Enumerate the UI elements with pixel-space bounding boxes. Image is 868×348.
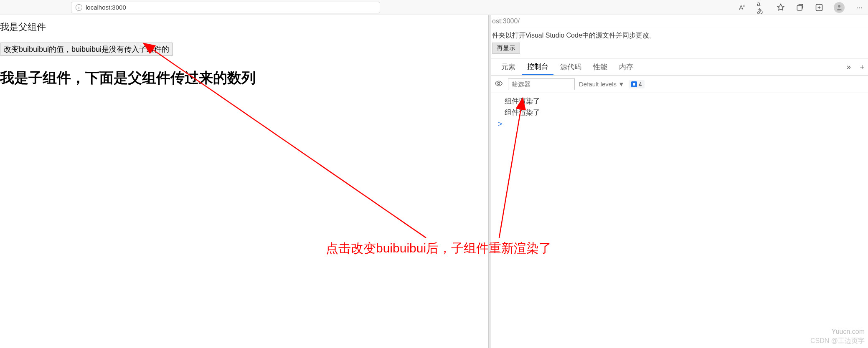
console-output: 组件渲染了 组件渲染了 >: [491, 93, 868, 129]
vscode-hint-text: 件夹以打开Visual Studio Code中的源文件并同步更改。: [492, 32, 656, 39]
svg-point-3: [498, 82, 500, 84]
page-content: 我是父组件 改变buibuibui的值，buibuibui是没有传入子组件的 我…: [0, 15, 489, 348]
toolbar-right: A" aあ ⋯: [738, 2, 868, 13]
console-toolbar: Default levels ▼ 4: [491, 76, 868, 93]
issue-count: 4: [639, 81, 642, 88]
read-aloud-icon[interactable]: A": [738, 3, 747, 12]
tab-console[interactable]: 控制台: [522, 59, 553, 75]
tab-sources[interactable]: 源代码: [555, 60, 586, 74]
levels-label: Default levels: [579, 81, 617, 88]
tab-memory[interactable]: 内存: [614, 60, 638, 74]
parent-component-label: 我是父组件: [0, 21, 488, 33]
issues-badge[interactable]: 4: [629, 80, 645, 88]
console-log-line: 组件渲染了: [497, 96, 868, 107]
url-text: localhost:3000: [86, 4, 126, 11]
live-expression-icon[interactable]: [495, 79, 504, 89]
svg-rect-0: [797, 5, 802, 10]
devtools-panel: ost:3000/ 件夹以打开Visual Studio Code中的源文件并同…: [491, 15, 868, 348]
tab-elements[interactable]: 元素: [496, 60, 520, 74]
vscode-hint: 件夹以打开Visual Studio Code中的源文件并同步更改。 再显示: [491, 27, 868, 58]
annotation-label: 点击改变buibuibui后，子组件重新渲染了: [326, 240, 551, 257]
log-levels-dropdown[interactable]: Default levels ▼: [579, 81, 624, 88]
watermark-csdn: CSDN @工边页字: [810, 337, 865, 345]
site-info-icon[interactable]: i: [76, 4, 82, 11]
child-component-heading: 我是子组件，下面是父组件传过来的数列: [0, 68, 488, 88]
translate-icon[interactable]: aあ: [757, 3, 766, 12]
dont-show-again-button[interactable]: 再显示: [492, 43, 520, 54]
svg-point-2: [838, 5, 840, 8]
issue-icon: [631, 81, 637, 87]
devtools-url-fragment: ost:3000/: [491, 15, 868, 27]
tab-performance[interactable]: 性能: [588, 60, 612, 74]
browser-toolbar: i localhost:3000 A" aあ ⋯: [0, 0, 868, 15]
chevron-down-icon: ▼: [618, 81, 624, 88]
console-log-line: 组件渲染了: [497, 107, 868, 118]
change-buibuibui-button[interactable]: 改变buibuibui的值，buibuibui是没有传入子组件的: [0, 43, 173, 56]
profile-avatar-icon[interactable]: [834, 2, 845, 13]
address-bar[interactable]: i localhost:3000: [71, 2, 380, 13]
more-tabs-icon[interactable]: »: [843, 61, 855, 73]
console-prompt[interactable]: >: [497, 120, 868, 129]
add-tab-icon[interactable]: [815, 3, 824, 12]
console-filter-input[interactable]: [508, 78, 575, 90]
devtools-tabs: 元素 控制台 源代码 性能 内存 » ＋: [491, 58, 868, 76]
menu-icon[interactable]: ⋯: [855, 3, 864, 12]
collections-icon[interactable]: [795, 3, 805, 12]
watermark-yuucn: Yuucn.com: [832, 328, 865, 335]
add-tab-icon[interactable]: ＋: [856, 61, 868, 73]
favorites-icon[interactable]: [776, 3, 785, 12]
